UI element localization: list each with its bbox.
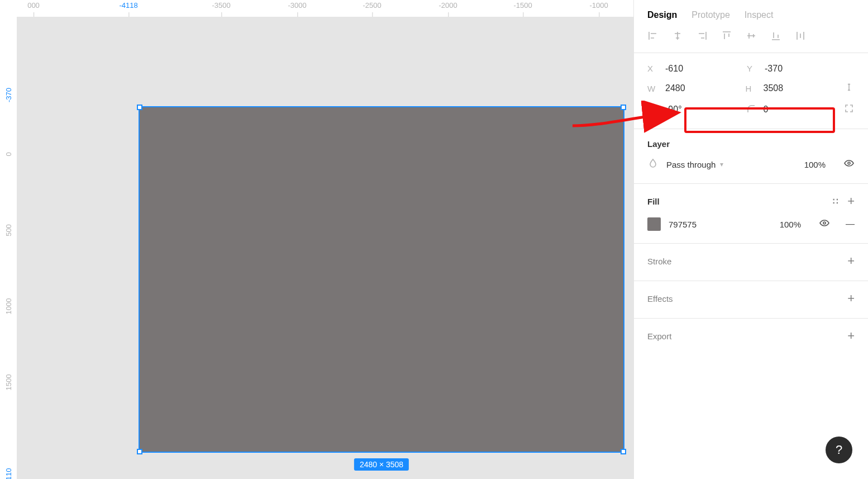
tab-inspect[interactable]: Inspect — [745, 10, 774, 20]
fill-visibility-icon[interactable] — [819, 217, 830, 231]
rotation-icon — [647, 103, 657, 116]
selected-frame[interactable]: 2480 × 3508 — [139, 106, 624, 453]
ruler-tick: 1500 — [4, 374, 13, 391]
y-field[interactable]: Y-370 — [747, 64, 835, 74]
style-library-icon[interactable]: ∷ — [833, 196, 840, 206]
fill-hex-field[interactable]: 797575 — [669, 220, 697, 229]
align-hcenter-icon[interactable] — [672, 30, 683, 41]
tab-design[interactable]: Design — [647, 10, 677, 20]
horizontal-ruler[interactable]: 000-4118-3500-3000-2500-2000-1500-1000-6… — [17, 0, 633, 17]
ruler-tick: 1000 — [4, 298, 13, 315]
resize-handle-top-left[interactable] — [137, 105, 142, 110]
align-right-icon[interactable] — [697, 30, 708, 41]
corner-radius-icon — [746, 103, 756, 116]
canvas[interactable]: 2480 × 3508 — [17, 17, 633, 479]
ruler-tick: -2500 — [363, 1, 381, 10]
stroke-section: Stroke+ — [634, 244, 868, 281]
panel-tabs: Design Prototype Inspect — [634, 0, 868, 30]
align-left-icon[interactable] — [647, 30, 659, 41]
ruler-tick: 000 — [27, 1, 40, 10]
ruler-tick: -3000 — [288, 1, 306, 10]
fill-section: Fill ∷ + 797575 100% — — [634, 184, 868, 244]
tab-prototype[interactable]: Prototype — [691, 10, 729, 20]
fill-opacity-field[interactable]: 100% — [780, 220, 801, 229]
fill-title: Fill — [647, 197, 660, 206]
export-section: Export+ — [634, 319, 868, 355]
alignment-row — [634, 30, 868, 53]
canvas-area[interactable]: 000-4118-3500-3000-2500-2000-1500-1000-6… — [0, 0, 633, 479]
selection-dimensions-badge: 2480 × 3508 — [354, 458, 409, 471]
blend-mode-dropdown[interactable]: Pass through▾ — [666, 160, 723, 169]
ruler-tick: -3500 — [212, 1, 230, 10]
export-title: Export — [647, 331, 671, 341]
resize-handle-bottom-left[interactable] — [137, 449, 142, 454]
effects-title: Effects — [647, 294, 673, 303]
ruler-tick: 500 — [4, 224, 13, 236]
ruler-tick: 2110 — [4, 468, 13, 479]
ruler-tick: -4118 — [119, 1, 137, 10]
ruler-tick: -1500 — [513, 1, 532, 10]
vertical-ruler[interactable]: -3700500100015002110 — [0, 17, 17, 479]
ruler-tick: 0 — [4, 152, 13, 156]
add-fill-button[interactable]: + — [847, 194, 855, 208]
x-field[interactable]: X-610 — [647, 64, 736, 74]
blend-mode-teardrop-icon[interactable] — [647, 158, 659, 171]
ruler-tick: -370 — [4, 88, 13, 102]
svg-point-1 — [823, 222, 826, 224]
h-label: H — [746, 84, 756, 93]
visibility-toggle-icon[interactable] — [843, 158, 855, 171]
fill-color-swatch[interactable] — [647, 217, 661, 231]
independent-corners-icon[interactable] — [843, 103, 855, 116]
height-field[interactable]: H3508 — [746, 83, 833, 93]
ruler-corner — [0, 0, 17, 17]
layer-title: Layer — [647, 139, 670, 149]
align-bottom-icon[interactable] — [770, 30, 781, 41]
align-top-icon[interactable] — [721, 30, 732, 41]
add-effect-button[interactable]: + — [847, 291, 855, 306]
ruler-tick: -2000 — [438, 1, 457, 10]
add-export-button[interactable]: + — [847, 329, 855, 343]
layer-section: Layer Pass through▾ 100% — [634, 129, 868, 184]
x-label: X — [647, 64, 657, 73]
remove-fill-button[interactable]: — — [846, 219, 855, 229]
svg-point-0 — [848, 162, 850, 164]
stroke-title: Stroke — [647, 257, 671, 266]
constrain-proportions-icon[interactable] — [843, 82, 855, 95]
corner-radius-field[interactable]: 0 — [746, 103, 833, 116]
add-stroke-button[interactable]: + — [847, 254, 855, 268]
chevron-down-icon: ▾ — [720, 160, 723, 168]
layer-opacity-field[interactable]: 100% — [804, 160, 826, 169]
effects-section: Effects+ — [634, 281, 868, 319]
help-button[interactable]: ? — [826, 437, 852, 463]
distribute-icon[interactable] — [795, 30, 806, 41]
resize-handle-top-right[interactable] — [621, 105, 626, 110]
transform-section: X-610 Y-370 ⬚ W2480 H3508 -90° 0 — [634, 53, 868, 129]
width-field[interactable]: W2480 — [647, 83, 735, 93]
rotation-field[interactable]: -90° — [647, 103, 735, 116]
design-panel: Design Prototype Inspect X-610 Y-370 ⬚ W… — [633, 0, 868, 479]
w-label: W — [647, 84, 657, 93]
ruler-tick: -1000 — [589, 1, 608, 10]
resize-handle-bottom-right[interactable] — [621, 449, 626, 454]
y-label: Y — [747, 64, 757, 73]
align-vcenter-icon[interactable] — [746, 30, 757, 41]
